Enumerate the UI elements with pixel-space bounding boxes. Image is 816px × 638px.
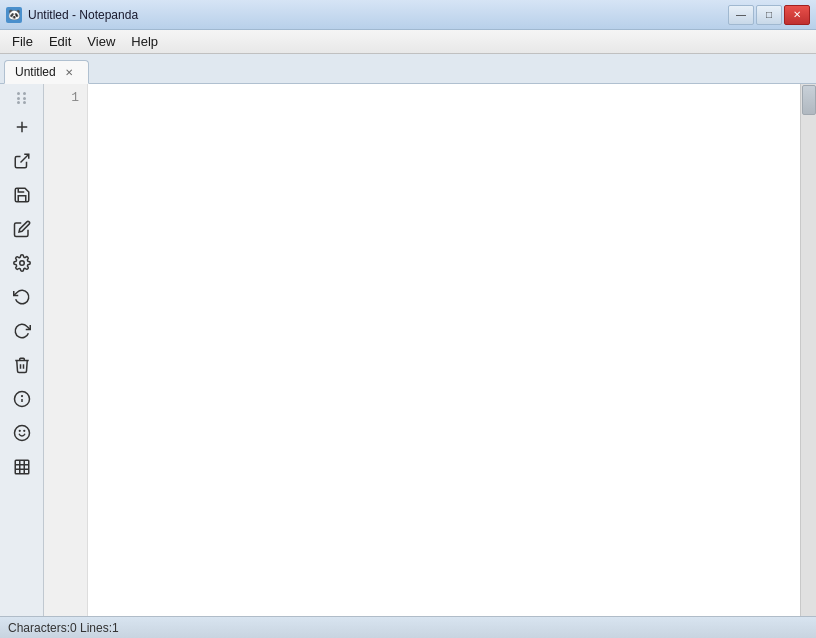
emoji-button[interactable] — [7, 418, 37, 448]
menu-view[interactable]: View — [79, 32, 123, 51]
menu-bar: File Edit View Help — [0, 30, 816, 54]
window-title: Untitled - Notepanda — [28, 8, 138, 22]
app-icon: 🐼 — [6, 7, 22, 23]
drag-dot — [17, 92, 20, 95]
svg-point-3 — [19, 261, 24, 266]
maximize-button[interactable]: □ — [756, 5, 782, 25]
drag-dot — [23, 101, 26, 104]
status-bar: Characters:0 Lines:1 — [0, 616, 816, 638]
toolbar-drag-handle — [12, 92, 32, 104]
open-button[interactable] — [7, 146, 37, 176]
tab-bar: Untitled ✕ — [0, 54, 816, 84]
main-area: 1 — [0, 84, 816, 616]
menu-help[interactable]: Help — [123, 32, 166, 51]
menu-edit[interactable]: Edit — [41, 32, 79, 51]
status-text: Characters:0 Lines:1 — [8, 621, 119, 635]
menu-file[interactable]: File — [4, 32, 41, 51]
info-button[interactable] — [7, 384, 37, 414]
close-button[interactable]: ✕ — [784, 5, 810, 25]
title-bar: 🐼 Untitled - Notepanda — □ ✕ — [0, 0, 816, 30]
table-button[interactable] — [7, 452, 37, 482]
undo-button[interactable] — [7, 282, 37, 312]
save-as-button[interactable] — [7, 214, 37, 244]
drag-dot — [23, 97, 26, 100]
line-number-1: 1 — [71, 88, 79, 108]
svg-point-7 — [14, 426, 29, 441]
tab-close-button[interactable]: ✕ — [62, 65, 76, 79]
toolbar — [0, 84, 44, 616]
minimize-button[interactable]: — — [728, 5, 754, 25]
tab-untitled[interactable]: Untitled ✕ — [4, 60, 89, 84]
text-editor[interactable] — [88, 84, 800, 616]
drag-dot — [23, 92, 26, 95]
delete-button[interactable] — [7, 350, 37, 380]
scrollbar-thumb[interactable] — [802, 85, 816, 115]
tab-label: Untitled — [15, 65, 56, 79]
settings-button[interactable] — [7, 248, 37, 278]
scrollbar[interactable] — [800, 84, 816, 616]
drag-dot — [17, 101, 20, 104]
new-file-button[interactable] — [7, 112, 37, 142]
line-numbers: 1 — [44, 84, 88, 616]
redo-button[interactable] — [7, 316, 37, 346]
save-button[interactable] — [7, 180, 37, 210]
title-bar-left: 🐼 Untitled - Notepanda — [6, 7, 138, 23]
svg-rect-10 — [15, 460, 29, 474]
drag-dot — [17, 97, 20, 100]
window-controls: — □ ✕ — [728, 5, 810, 25]
svg-line-2 — [20, 154, 28, 162]
editor-container: 1 — [44, 84, 816, 616]
